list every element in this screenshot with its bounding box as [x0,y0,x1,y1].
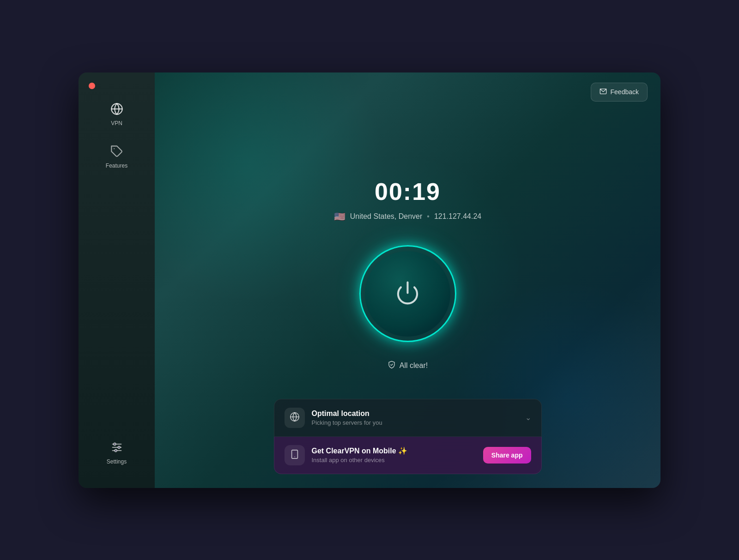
puzzle-icon [110,145,123,160]
sidebar-item-vpn[interactable]: VPN [79,98,155,131]
location-text-area: Optimal location Picking top servers for… [312,409,518,426]
power-button[interactable] [365,251,450,337]
country-flag: 🇺🇸 [334,211,345,222]
svg-point-7 [118,446,120,448]
header: Feedback [155,72,660,112]
globe-icon [110,102,123,117]
mail-icon [600,88,607,96]
share-app-button[interactable]: Share app [483,447,531,464]
sidebar-item-settings[interactable]: Settings [79,436,155,470]
mobile-icon-wrap [285,445,305,465]
status-area: All clear! [388,361,428,371]
app-window: VPN Features [79,72,660,488]
ip-address: 121.127.44.24 [434,212,481,221]
location-icon-wrap [285,408,305,428]
sliders-icon [110,441,123,456]
sidebar: VPN Features [79,72,155,488]
shield-icon [388,361,396,371]
promo-title: Get ClearVPN on Mobile ✨ [312,446,476,455]
location-title: Optimal location [312,409,518,418]
sidebar-item-vpn-label: VPN [111,120,122,126]
sidebar-item-settings-label: Settings [107,458,127,465]
svg-point-8 [115,449,117,452]
connection-info: 🇺🇸 United States, Denver • 121.127.44.24 [334,211,481,222]
svg-rect-13 [291,450,297,458]
promo-text-area: Get ClearVPN on Mobile ✨ Install app on … [312,446,476,464]
sidebar-bottom: Settings [79,436,155,479]
feedback-label: Feedback [611,88,639,96]
promo-card: Get ClearVPN on Mobile ✨ Install app on … [274,437,542,474]
power-icon [395,280,420,307]
power-button-wrapper [359,245,456,342]
separator: • [427,212,430,221]
promo-subtitle: Install app on other devices [312,457,476,464]
chevron-down-icon: ⌄ [525,413,531,422]
location-globe-icon [290,412,300,424]
location-card[interactable]: Optimal location Picking top servers for… [274,399,542,437]
mobile-icon [290,449,300,461]
status-text: All clear! [400,361,428,370]
sidebar-item-features-label: Features [106,163,127,169]
feedback-button[interactable]: Feedback [591,83,648,102]
bottom-cards: Optimal location Picking top servers for… [274,399,542,474]
sidebar-item-features[interactable]: Features [79,140,155,174]
location-text: United States, Denver [350,212,423,221]
traffic-light-close[interactable] [89,83,95,89]
location-subtitle: Picking top servers for you [312,419,518,426]
svg-point-6 [114,443,116,445]
main-content: Feedback 00:19 🇺🇸 United States, Denver … [155,72,660,488]
connection-timer: 00:19 [375,178,441,205]
